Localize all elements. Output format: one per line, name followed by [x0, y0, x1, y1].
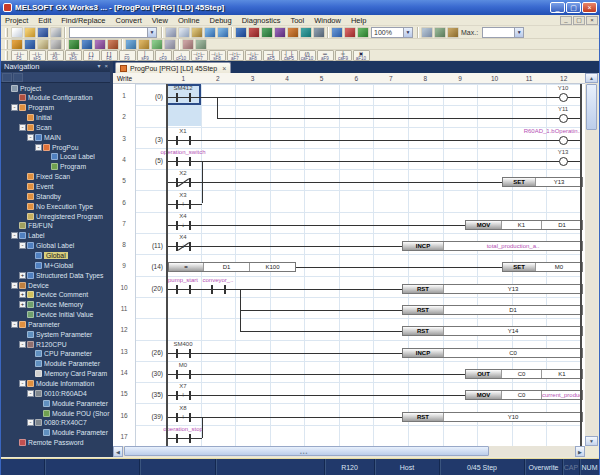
copy-icon[interactable]: [178, 27, 190, 38]
tree-item-global-label[interactable]: -Global Label: [0, 241, 110, 251]
contact-conveyor_..[interactable]: [211, 285, 213, 294]
convert-icon[interactable]: [261, 27, 273, 38]
contact-X3[interactable]: [176, 200, 178, 209]
fbd-icon[interactable]: [94, 39, 106, 50]
window-tile-icon[interactable]: [434, 27, 446, 38]
instruction-box[interactable]: RSTY10: [402, 412, 583, 422]
tree-item-program[interactable]: -Program: [0, 103, 110, 113]
window-cascade-icon[interactable]: [421, 27, 433, 38]
contact-X8[interactable]: [176, 413, 178, 422]
tree-item-r120cpu[interactable]: -R120CPU: [0, 339, 110, 349]
monitor-icon[interactable]: [274, 27, 286, 38]
ladder-symbol-button-F8[interactable]: [ ]F8: [101, 50, 118, 61]
tree-item-r60ad4-module-parameter[interactable]: Module Parameter: [0, 398, 110, 408]
docking-icon[interactable]: [182, 39, 194, 50]
tree-item-module-configuration[interactable]: Module Configuration: [0, 93, 110, 103]
comment-icon[interactable]: [37, 39, 49, 50]
print-icon[interactable]: [50, 27, 62, 38]
collapse-icon[interactable]: -: [11, 282, 18, 289]
collapse-icon[interactable]: -: [19, 124, 26, 131]
paste-icon[interactable]: [191, 27, 203, 38]
expand-icon[interactable]: +: [19, 301, 26, 308]
ladder-symbol-button-caF9[interactable]: ╪caF9: [335, 50, 352, 61]
panel-close-icon[interactable]: ×: [102, 61, 110, 72]
verify-icon[interactable]: [313, 27, 325, 38]
tree-item-memory-card-parameter[interactable]: Memory Card Param: [0, 369, 110, 379]
tree-item-event[interactable]: Event: [0, 182, 110, 192]
help-find-icon[interactable]: [447, 27, 459, 38]
chevron-down-icon[interactable]: ▼: [514, 28, 523, 37]
coil-Y13[interactable]: [559, 157, 568, 166]
chevron-down-icon[interactable]: ▼: [147, 28, 156, 37]
instruction-box[interactable]: SETY13: [502, 177, 583, 187]
read-plc-icon[interactable]: [300, 27, 312, 38]
scroll-down-icon[interactable]: ▼: [585, 436, 598, 446]
coil-R60AD_1.bOperatin..[interactable]: [559, 136, 568, 145]
tree-item-module-0080-rx40c7[interactable]: -0080:RX40C7: [0, 418, 110, 428]
tree-item-rx40c7-module-parameter[interactable]: Module Parameter: [0, 428, 110, 438]
menu-help[interactable]: Help: [346, 15, 371, 26]
tree-item-no-execution-type[interactable]: No Execution Type: [0, 201, 110, 211]
ladder-symbol-button-F7[interactable]: ( )F7: [83, 50, 100, 61]
param-icon[interactable]: [11, 39, 23, 50]
maximize-button[interactable]: ▢: [566, 2, 581, 13]
collapse-icon[interactable]: -: [27, 419, 34, 426]
collapse-icon[interactable]: -: [11, 104, 18, 111]
cut-icon[interactable]: [165, 27, 177, 38]
menu-online[interactable]: Online: [173, 15, 205, 26]
tree-item-cpu-parameter[interactable]: CPU Parameter: [0, 349, 110, 359]
ladder-symbol-button-aF9[interactable]: ═aF9: [317, 50, 334, 61]
ladder-icon[interactable]: [68, 39, 80, 50]
ladder-symbol-button-F6[interactable]: ⊣/⊢F6: [47, 50, 64, 61]
tree-item-r60ad4-module-pou[interactable]: Module POU (Shor: [0, 408, 110, 418]
contact-X7[interactable]: [176, 391, 178, 400]
horizontal-scroll-thumb[interactable]: •••: [124, 446, 489, 456]
start-monitor-icon[interactable]: [331, 27, 343, 38]
expand-icon[interactable]: +: [19, 272, 26, 279]
tree-item-standby[interactable]: Standby: [0, 191, 110, 201]
ladder-symbol-button-caF5[interactable]: ┤ ├caF5: [281, 50, 298, 61]
collapse-icon[interactable]: -: [35, 144, 42, 151]
tree-item-label[interactable]: -Label: [0, 231, 110, 241]
pin-icon[interactable]: ▾: [95, 61, 102, 72]
collapse-icon[interactable]: -: [19, 242, 26, 249]
tree-item-module-0010-r60ad4[interactable]: -0010:R60AD4: [0, 388, 110, 398]
ladder-symbol-button-sF6[interactable]: ⊣/⊢sF6: [65, 50, 82, 61]
tab-progpou[interactable]: ProgPou [PRG] [LD] 45Step ×: [115, 62, 231, 73]
rebuild-icon[interactable]: [248, 27, 260, 38]
device-test-icon[interactable]: [357, 27, 369, 38]
contact-operation_stop[interactable]: [176, 434, 178, 443]
ladder-symbol-button-sF7[interactable]: ⊣↑⊢sF7: [191, 50, 208, 61]
statement-icon[interactable]: [50, 39, 62, 50]
contact-pump_start[interactable]: [176, 285, 178, 294]
ladder-symbol-button-sF9[interactable]: │sF9: [137, 50, 154, 61]
tree-item-module-parameter[interactable]: Module Parameter: [0, 359, 110, 369]
tree-item-device-comment[interactable]: +Device Comment: [0, 290, 110, 300]
scroll-right-icon[interactable]: ▶: [575, 446, 585, 457]
tree-item-module-information[interactable]: -Module Information: [0, 379, 110, 389]
st-icon[interactable]: [107, 39, 119, 50]
open-icon[interactable]: [24, 27, 36, 38]
close-button[interactable]: ×: [582, 2, 597, 13]
tree-item-device-memory[interactable]: +Device Memory: [0, 300, 110, 310]
tree-item-structured-data-types[interactable]: +Structured Data Types: [0, 270, 110, 280]
chevron-down-icon[interactable]: ▼: [403, 28, 412, 37]
device-list-icon[interactable]: [138, 39, 150, 50]
ladder-symbol-button-F9[interactable]: ─F9: [119, 50, 136, 61]
tree-item-unregistered-program[interactable]: Unregistered Program: [0, 211, 110, 221]
instruction-box[interactable]: OUTC0K1: [465, 369, 583, 379]
save-icon[interactable]: [37, 27, 49, 38]
tree-item-device-initial-value[interactable]: Device Initial Value: [0, 310, 110, 320]
menu-view[interactable]: View: [147, 15, 173, 26]
cross-ref-icon[interactable]: [125, 39, 137, 50]
new-icon[interactable]: [11, 27, 23, 38]
ladder-symbol-button-sF8[interactable]: ⊣↓⊢sF8: [209, 50, 226, 61]
instruction-box[interactable]: MOVC0current_production..: [465, 390, 583, 400]
contact-M0[interactable]: [176, 370, 178, 379]
contact-X4[interactable]: [176, 221, 178, 230]
tree-item-device[interactable]: -Device: [0, 280, 110, 290]
contact-X1[interactable]: [176, 136, 178, 145]
project-combo[interactable]: ▼: [69, 27, 157, 38]
label-icon[interactable]: [24, 39, 36, 50]
ladder-symbol-button-aF7[interactable]: ⊣↑⊢aF7: [227, 50, 244, 61]
